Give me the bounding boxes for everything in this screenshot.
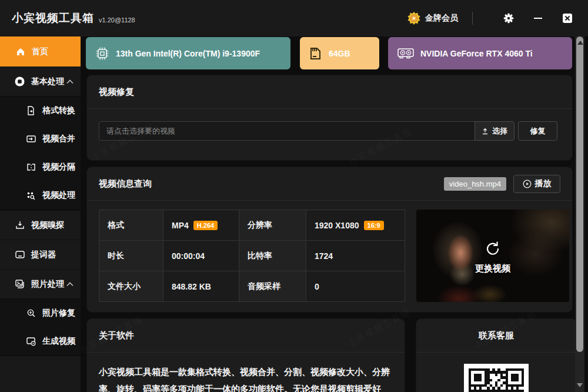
sidebar-item-video-sniff[interactable]: 视频嗅探 bbox=[0, 210, 81, 240]
format-convert-icon bbox=[26, 106, 36, 116]
duration-value: 00:00:04 bbox=[163, 241, 239, 271]
titlebar: 小宾视频工具箱 v1.20@1128 ★ 金牌会员 bbox=[0, 0, 588, 36]
table-row: 格式 MP4H.264 分辨率 1920 X108016:9 bbox=[99, 210, 405, 241]
resolution-label: 分辨率 bbox=[239, 210, 306, 241]
sidebar-item-video-process[interactable]: 视频处理 bbox=[0, 181, 81, 210]
memory-card-icon bbox=[309, 46, 323, 61]
sidebar-item-label: 格式转换 bbox=[42, 105, 75, 116]
video-file-input[interactable] bbox=[99, 121, 475, 141]
sidebar-item-home[interactable]: 首页 bbox=[0, 36, 81, 67]
filesize-value: 848.82 KB bbox=[163, 271, 239, 302]
select-video-button[interactable]: 选择 bbox=[475, 121, 514, 141]
scrollbar-thumb[interactable] bbox=[576, 36, 583, 352]
select-button-label: 选择 bbox=[492, 126, 507, 137]
audio-sample-value: 0 bbox=[306, 271, 405, 302]
sidebar-item-video-merge[interactable]: 视频合并 bbox=[0, 125, 81, 153]
sidebar-item-label: 照片处理 bbox=[31, 279, 64, 290]
svg-text:★: ★ bbox=[412, 15, 416, 21]
vertical-scrollbar[interactable] bbox=[575, 36, 584, 392]
sidebar-item-label: 基本处理 bbox=[31, 77, 64, 87]
video-merge-icon bbox=[26, 134, 36, 144]
video-info-title: 视频信息查询 bbox=[99, 178, 152, 190]
ram-card[interactable]: 64GB bbox=[300, 37, 379, 69]
main-content: 13th Gen Intel(R) Core(TM) i9-13900F 64G… bbox=[81, 36, 588, 392]
membership-label: 金牌会员 bbox=[425, 13, 458, 24]
sidebar-item-format-convert[interactable]: 格式转换 bbox=[0, 97, 81, 125]
filesize-label: 文件大小 bbox=[99, 271, 163, 302]
sidebar-item-label: 提词器 bbox=[31, 250, 56, 260]
membership-badge[interactable]: ★ 金牌会员 bbox=[407, 12, 458, 25]
sidebar-item-label: 视频合并 bbox=[42, 134, 75, 144]
close-button[interactable] bbox=[557, 8, 577, 28]
play-button-label: 播放 bbox=[535, 178, 552, 189]
sidebar-group-photo-processing[interactable]: 照片处理 bbox=[0, 269, 81, 298]
upload-icon bbox=[482, 128, 489, 135]
sidebar-item-label: 视频处理 bbox=[42, 190, 75, 201]
resolution-value: 1920 X108016:9 bbox=[306, 210, 405, 241]
play-icon bbox=[523, 180, 532, 188]
basic-processing-icon bbox=[15, 77, 25, 87]
sidebar-item-label: 视频嗅探 bbox=[31, 220, 64, 231]
gear-icon bbox=[503, 13, 514, 24]
format-label: 格式 bbox=[99, 210, 163, 241]
close-icon bbox=[563, 14, 572, 23]
bitrate-value: 1724 bbox=[306, 241, 405, 271]
sidebar-group-basic-processing[interactable]: 基本处理 bbox=[0, 67, 81, 96]
minimize-button[interactable] bbox=[528, 8, 548, 28]
sidebar-item-label: 视频分隔 bbox=[42, 162, 75, 172]
minimize-icon bbox=[534, 18, 542, 19]
generate-video-icon bbox=[26, 337, 36, 347]
teleprompter-icon bbox=[15, 250, 25, 260]
cpu-icon bbox=[95, 46, 110, 61]
chevron-up-icon bbox=[66, 282, 74, 287]
video-process-icon bbox=[26, 191, 36, 201]
sidebar-item-teleprompter[interactable]: 提词器 bbox=[0, 240, 81, 269]
audio-sample-label: 音频采样 bbox=[239, 271, 306, 302]
sidebar-item-generate-video[interactable]: 生成视频 bbox=[0, 327, 81, 356]
home-icon bbox=[15, 46, 25, 57]
cpu-label: 13th Gen Intel(R) Core(TM) i9-13900F bbox=[116, 49, 260, 58]
gpu-icon bbox=[397, 47, 415, 60]
ram-label: 64GB bbox=[329, 49, 350, 58]
scroll-up-icon bbox=[577, 41, 583, 45]
app-version: v1.20@1128 bbox=[99, 16, 135, 24]
sidebar-item-video-split[interactable]: 视频分隔 bbox=[0, 153, 81, 181]
video-repair-panel: 视频修复 选择 修复 bbox=[87, 75, 572, 160]
sidebar-item-label: 照片修复 bbox=[42, 308, 75, 318]
settings-button[interactable] bbox=[499, 8, 519, 28]
video-info-panel: 视频信息查询 video_hsh.mp4 播放 格式 MP4H.264 分辨率 … bbox=[87, 167, 572, 312]
chevron-up-icon bbox=[66, 79, 74, 84]
format-value: MP4H.264 bbox=[163, 210, 239, 241]
photo-repair-icon bbox=[26, 308, 36, 318]
cpu-card[interactable]: 13th Gen Intel(R) Core(TM) i9-13900F bbox=[86, 37, 290, 69]
filename-badge: video_hsh.mp4 bbox=[444, 177, 506, 191]
about-panel: 关于软件 小宾视频工具箱是一款集格式转换、视频合并、分割、视频修改大小、分辨率、… bbox=[87, 319, 405, 392]
gold-medal-icon: ★ bbox=[407, 12, 420, 25]
table-row: 时长 00:00:04 比特率 1724 bbox=[99, 241, 405, 271]
change-video-label: 更换视频 bbox=[475, 263, 510, 274]
contact-panel: 联系客服 bbox=[416, 319, 576, 392]
photo-processing-icon bbox=[15, 279, 25, 289]
video-info-table: 格式 MP4H.264 分辨率 1920 X108016:9 时长 00:00:… bbox=[99, 210, 405, 302]
codec-badge: H.264 bbox=[193, 221, 218, 230]
sidebar-item-label: 生成视频 bbox=[42, 336, 75, 347]
repair-button-label: 修复 bbox=[530, 126, 546, 137]
refresh-icon bbox=[484, 240, 502, 258]
titlebar-separator bbox=[472, 12, 473, 25]
aspect-ratio-badge: 16:9 bbox=[364, 221, 384, 230]
repair-button[interactable]: 修复 bbox=[518, 121, 557, 141]
contact-title: 联系客服 bbox=[479, 330, 514, 341]
video-split-icon bbox=[26, 162, 36, 172]
play-button[interactable]: 播放 bbox=[513, 175, 560, 193]
sidebar: 首页 基本处理 格式转换 视频合并 视频分隔 bbox=[0, 36, 81, 392]
gpu-card[interactable]: NVIDIA GeForce RTX 4060 Ti bbox=[388, 37, 572, 69]
bitrate-label: 比特率 bbox=[239, 241, 306, 271]
sidebar-item-label: 首页 bbox=[32, 46, 48, 57]
video-repair-title: 视频修复 bbox=[99, 87, 134, 98]
sidebar-item-photo-repair[interactable]: 照片修复 bbox=[0, 299, 81, 327]
video-thumbnail[interactable]: 更换视频 bbox=[416, 210, 569, 302]
table-row: 文件大小 848.82 KB 音频采样 0 bbox=[99, 271, 405, 302]
app-title: 小宾视频工具箱 bbox=[12, 11, 94, 26]
duration-label: 时长 bbox=[99, 241, 163, 271]
about-text: 小宾视频工具箱是一款集格式转换、视频合并、分割、视频修改大小、分辨率、旋转、码率… bbox=[87, 353, 405, 392]
